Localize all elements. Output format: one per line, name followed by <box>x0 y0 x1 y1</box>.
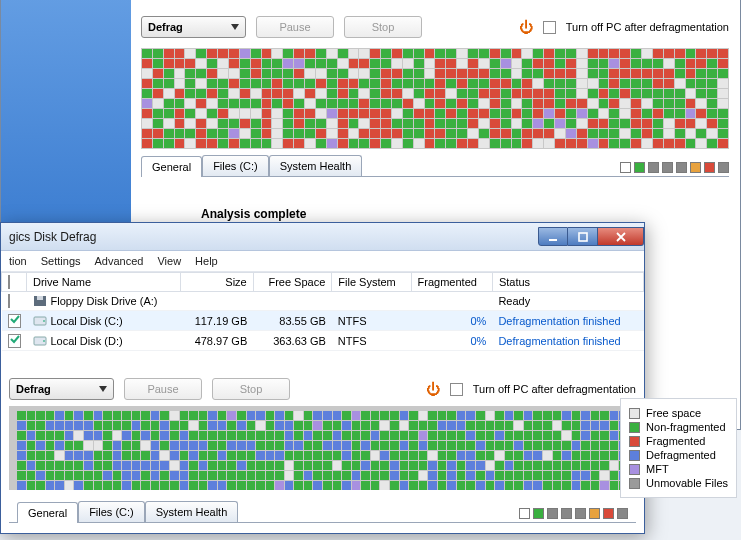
cluster-cell <box>403 119 413 128</box>
cluster-cell <box>653 119 663 128</box>
cluster-cell <box>103 461 112 470</box>
menu-tion[interactable]: tion <box>9 255 27 267</box>
cluster-cell <box>425 79 435 88</box>
cluster-cell <box>707 129 717 138</box>
table-row[interactable]: Local Disk (C:)117.19 GB83.55 GBNTFS0%De… <box>2 311 644 331</box>
cluster-cell <box>675 109 685 118</box>
cluster-cell <box>718 119 728 128</box>
cluster-cell <box>180 461 189 470</box>
cluster-cell <box>180 471 189 480</box>
select-all-checkbox[interactable] <box>8 275 10 289</box>
menu-advanced[interactable]: Advanced <box>95 255 144 267</box>
cluster-cell <box>409 461 418 470</box>
cluster-cell <box>707 89 717 98</box>
cluster-cell <box>189 441 198 450</box>
cluster-cell <box>490 119 500 128</box>
tab-files[interactable]: Files (C:) <box>202 155 269 176</box>
cluster-cell <box>327 139 337 148</box>
pause-button[interactable]: Pause <box>256 16 334 38</box>
cluster-cell <box>400 461 409 470</box>
cluster-cell <box>359 99 369 108</box>
menu-settings[interactable]: Settings <box>41 255 81 267</box>
pause-button[interactable]: Pause <box>124 378 202 400</box>
cluster-cell <box>218 49 228 58</box>
cluster-cell <box>562 481 571 490</box>
cluster-cell <box>390 441 399 450</box>
cluster-cell <box>229 59 239 68</box>
titlebar[interactable]: gics Disk Defrag <box>1 223 644 251</box>
cluster-cell <box>208 441 217 450</box>
turnoff-checkbox[interactable] <box>543 21 556 34</box>
table-row[interactable]: Floppy Disk Drive (A:)Ready <box>2 292 644 311</box>
tab-health[interactable]: System Health <box>269 155 363 176</box>
cluster-cell <box>359 69 369 78</box>
tab-health[interactable]: System Health <box>145 501 239 522</box>
swatch <box>676 162 687 173</box>
cluster-map-fg <box>9 406 636 490</box>
cluster-cell <box>251 119 261 128</box>
cluster-cell <box>338 79 348 88</box>
cluster-cell <box>272 109 282 118</box>
table-row[interactable]: Local Disk (D:)478.97 GB363.63 GBNTFS0%D… <box>2 331 644 351</box>
cluster-cell <box>227 441 236 450</box>
cluster-cell <box>283 129 293 138</box>
cluster-cell <box>65 421 74 430</box>
turnoff-checkbox[interactable] <box>450 383 463 396</box>
col-file-system[interactable]: File System <box>332 273 411 292</box>
row-checkbox[interactable] <box>8 294 10 308</box>
cluster-cell <box>352 431 361 440</box>
cluster-cell <box>609 59 619 68</box>
defrag-dropdown[interactable]: Defrag <box>9 378 114 400</box>
cluster-cell <box>577 119 587 128</box>
cluster-cell <box>327 49 337 58</box>
cluster-cell <box>543 471 552 480</box>
cluster-cell <box>55 471 64 480</box>
cluster-cell <box>642 119 652 128</box>
menu-view[interactable]: View <box>157 255 181 267</box>
close-button[interactable] <box>598 227 644 246</box>
col-status[interactable]: Status <box>492 273 643 292</box>
cluster-cell <box>512 69 522 78</box>
cluster-cell <box>562 411 571 420</box>
cluster-cell <box>113 431 122 440</box>
cluster-cell <box>414 139 424 148</box>
tab-files[interactable]: Files (C:) <box>78 501 145 522</box>
cluster-cell <box>305 69 315 78</box>
col-fragmented[interactable]: Fragmented <box>411 273 492 292</box>
tab-general[interactable]: General <box>141 156 202 177</box>
maximize-button[interactable] <box>568 227 598 246</box>
cluster-cell <box>390 431 399 440</box>
row-checkbox[interactable] <box>8 334 21 348</box>
cluster-cell <box>435 89 445 98</box>
cluster-cell <box>490 139 500 148</box>
cluster-cell <box>390 461 399 470</box>
cluster-cell <box>275 441 284 450</box>
minimize-button[interactable] <box>538 227 568 246</box>
turnoff-label: Turn off PC after defragmentation <box>566 21 729 33</box>
cluster-cell <box>113 451 122 460</box>
stop-button[interactable]: Stop <box>344 16 422 38</box>
cluster-cell <box>27 411 36 420</box>
menu-help[interactable]: Help <box>195 255 218 267</box>
col-free-space[interactable]: Free Space <box>253 273 332 292</box>
col-drive-name[interactable]: Drive Name <box>27 273 181 292</box>
cluster-cell <box>333 451 342 460</box>
defrag-dropdown[interactable]: Defrag <box>141 16 246 38</box>
cluster-cell <box>400 441 409 450</box>
stop-button[interactable]: Stop <box>212 378 290 400</box>
row-checkbox[interactable] <box>8 314 21 328</box>
col-size[interactable]: Size <box>181 273 254 292</box>
cluster-cell <box>170 451 179 460</box>
tab-general[interactable]: General <box>17 502 78 523</box>
cluster-cell <box>533 421 542 430</box>
cluster-cell <box>544 59 554 68</box>
cluster-cell <box>304 421 313 430</box>
cluster-cell <box>180 421 189 430</box>
cluster-cell <box>338 139 348 148</box>
cluster-cell <box>275 481 284 490</box>
cluster-cell <box>707 69 717 78</box>
cluster-cell <box>272 79 282 88</box>
cluster-cell <box>251 69 261 78</box>
cluster-cell <box>294 139 304 148</box>
cluster-cell <box>466 411 475 420</box>
